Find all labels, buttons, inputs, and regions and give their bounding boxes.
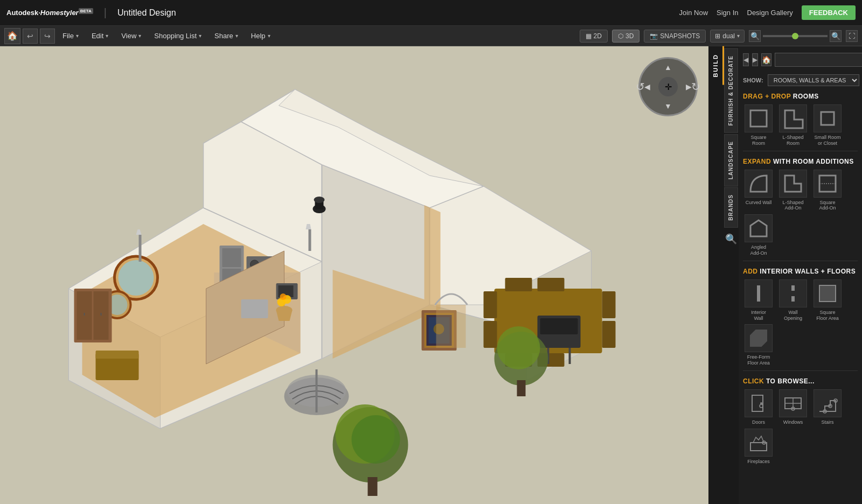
interior-wall-item[interactable]: InteriorWall bbox=[743, 279, 774, 321]
svg-marker-44 bbox=[276, 310, 293, 321]
dual-view-button[interactable]: ⊞ dual ▾ bbox=[710, 30, 745, 43]
svg-marker-87 bbox=[750, 220, 767, 236]
landscape-tab[interactable]: LANDSCAPE bbox=[724, 134, 738, 186]
square-add-item[interactable]: SquareAdd-On bbox=[812, 170, 843, 212]
file-menu[interactable]: File ▾ bbox=[57, 30, 84, 42]
stairs-item[interactable]: Stairs bbox=[812, 389, 843, 425]
undo-button[interactable]: ↩ bbox=[23, 29, 38, 44]
svg-marker-101 bbox=[819, 401, 836, 411]
drag-rooms-header: DRAG + DROP ROOMS bbox=[743, 93, 858, 100]
sidebar-search-icon[interactable]: 🔍 bbox=[723, 231, 739, 247]
panel-home-button[interactable]: 🏠 bbox=[761, 53, 771, 66]
autodesk-logo: Autodesk·HomestylerBETA bbox=[6, 9, 93, 17]
freeform-floor-item[interactable]: Free-FormFloor Area bbox=[743, 324, 774, 366]
svg-rect-89 bbox=[791, 285, 795, 291]
autodesk-text: Autodesk bbox=[6, 9, 38, 17]
join-now-link[interactable]: Join Now bbox=[679, 9, 708, 17]
l-shaped-add-item[interactable]: L-ShapedAdd-On bbox=[777, 170, 809, 212]
home-button[interactable]: 🏠 bbox=[4, 28, 20, 44]
redo-button[interactable]: ↪ bbox=[40, 29, 55, 44]
curved-wall-label: Curved Wall bbox=[746, 200, 772, 206]
wall-opening-item[interactable]: WallOpening bbox=[777, 279, 809, 321]
square-room-icon bbox=[745, 104, 773, 132]
pan-left-button[interactable]: ◀ bbox=[644, 82, 650, 91]
rotate-left-button[interactable]: ↺ bbox=[636, 80, 645, 93]
small-room-icon bbox=[814, 104, 842, 132]
furnish-decorate-tab[interactable]: FURNISH & DECORATE bbox=[724, 48, 738, 133]
pan-down-button[interactable]: ▼ bbox=[664, 102, 672, 110]
svg-rect-91 bbox=[819, 285, 836, 302]
browse-grid: Doors Windows bbox=[743, 389, 858, 465]
zoom-thumb bbox=[792, 33, 798, 39]
svg-rect-90 bbox=[791, 296, 795, 302]
pan-up-button[interactable]: ▲ bbox=[664, 63, 672, 72]
svg-rect-73 bbox=[436, 305, 466, 348]
svg-rect-53 bbox=[505, 278, 532, 291]
view-menu[interactable]: View ▾ bbox=[116, 30, 147, 42]
top-right-links: Join Now Sign In Design Gallery FEEDBACK bbox=[679, 5, 856, 20]
snapshots-button[interactable]: 📷 SNAPSHOTS bbox=[644, 30, 706, 43]
panel-search-area: 🔍 bbox=[775, 53, 862, 67]
help-menu[interactable]: Help ▾ bbox=[246, 30, 276, 42]
camera-icon: 📷 bbox=[650, 32, 658, 40]
zoom-slider[interactable] bbox=[763, 35, 828, 37]
panel-back-button[interactable]: ◀ bbox=[743, 53, 749, 66]
panel-header: ◀ ▶ 🏠 🔍 bbox=[743, 51, 858, 69]
3d-icon: ⬡ bbox=[618, 32, 623, 40]
fullscreen-button[interactable]: ⛶ bbox=[846, 30, 858, 42]
shopping-list-menu[interactable]: Shopping List ▾ bbox=[149, 30, 207, 42]
share-arrow: ▾ bbox=[235, 33, 238, 39]
design-title[interactable]: Untitled Design bbox=[117, 8, 176, 18]
brands-tab[interactable]: BRANDS bbox=[724, 187, 738, 228]
divider-2 bbox=[743, 261, 858, 261]
canvas-area[interactable]: ↺ ▲ ▼ ◀ ▶ ✛ ↻ bbox=[0, 46, 708, 504]
shopping-arrow: ▾ bbox=[199, 33, 201, 39]
square-add-icon bbox=[814, 170, 842, 198]
square-room-item[interactable]: SquareRoom bbox=[743, 104, 774, 146]
2d-icon: ▦ bbox=[586, 32, 592, 40]
square-floor-item[interactable]: SquareFloor Area bbox=[812, 279, 843, 321]
share-menu[interactable]: Share ▾ bbox=[209, 30, 244, 42]
svg-rect-67 bbox=[368, 477, 378, 496]
show-dropdown[interactable]: ROOMS, WALLS & AREAS FLOOR PLAN FURNITUR… bbox=[768, 74, 859, 86]
angled-add-label: AngledAdd-On bbox=[750, 244, 767, 256]
zoom-in-button[interactable]: 🔍 bbox=[830, 30, 842, 42]
navigation-control: ↺ ▲ ▼ ◀ ▶ ✛ ↻ bbox=[638, 57, 698, 116]
stairs-icon bbox=[814, 389, 842, 417]
build-tab[interactable]: BUILD bbox=[708, 46, 724, 85]
rotate-right-button[interactable]: ↻ bbox=[691, 80, 700, 93]
expand-grid: Curved Wall L-ShapedAdd-On bbox=[743, 170, 858, 256]
nav-center-button[interactable]: ✛ bbox=[658, 77, 678, 96]
3d-view-button[interactable]: ⬡ 3D bbox=[612, 30, 639, 43]
panel-forward-button[interactable]: ▶ bbox=[752, 53, 758, 66]
panel-content: ◀ ▶ 🏠 🔍 SHOW: ROOMS, WALLS & AREAS FLOOR… bbox=[739, 46, 862, 504]
small-room-item[interactable]: Small Roomor Closet bbox=[812, 104, 843, 146]
stairs-label: Stairs bbox=[821, 419, 833, 425]
edit-menu[interactable]: Edit ▾ bbox=[86, 30, 114, 42]
feedback-button[interactable]: FEEDBACK bbox=[802, 5, 856, 20]
menu-bar: 🏠 ↩ ↪ File ▾ Edit ▾ View ▾ Shopping List… bbox=[0, 26, 862, 46]
zoom-out-button[interactable]: 🔍 bbox=[749, 30, 761, 42]
2d-view-button[interactable]: ▦ 2D bbox=[580, 30, 608, 43]
svg-rect-50 bbox=[484, 321, 497, 348]
show-row: SHOW: ROOMS, WALLS & AREAS FLOOR PLAN FU… bbox=[743, 74, 858, 86]
sign-in-link[interactable]: Sign In bbox=[717, 9, 738, 17]
curved-wall-item[interactable]: Curved Wall bbox=[743, 170, 774, 212]
windows-label: Windows bbox=[783, 419, 803, 425]
panel-search-input[interactable] bbox=[775, 53, 862, 67]
angled-add-item[interactable]: AngledAdd-On bbox=[743, 214, 774, 256]
windows-item[interactable]: Windows bbox=[777, 389, 809, 425]
doors-item[interactable]: Doors bbox=[743, 389, 774, 425]
right-sidebar: BUILD FURNISH & DECORATE LANDSCAPE BRAND… bbox=[708, 46, 862, 504]
wall-opening-icon bbox=[779, 279, 807, 307]
angled-add-icon bbox=[745, 214, 773, 242]
design-gallery-link[interactable]: Design Gallery bbox=[747, 9, 793, 17]
top-bar: Autodesk·HomestylerBETA | Untitled Desig… bbox=[0, 0, 862, 26]
fireplaces-item[interactable]: Fireplaces bbox=[743, 429, 774, 465]
windows-icon bbox=[779, 389, 807, 417]
interior-grid: InteriorWall WallOpening bbox=[743, 279, 858, 366]
svg-point-22 bbox=[119, 260, 154, 296]
curved-wall-icon bbox=[745, 170, 773, 198]
l-shaped-room-item[interactable]: L-ShapedRoom bbox=[777, 104, 809, 146]
beta-badge: BETA bbox=[79, 8, 93, 14]
